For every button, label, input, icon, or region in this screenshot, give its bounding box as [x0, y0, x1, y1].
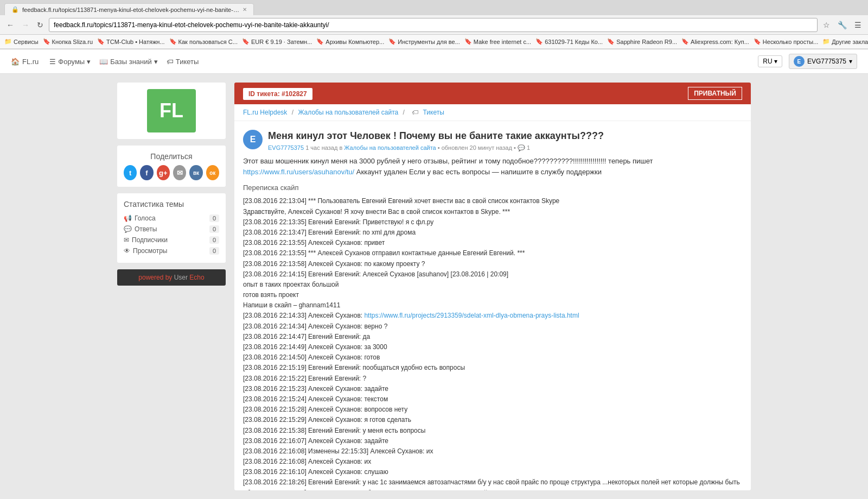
- chat-line: [23.08.2016 22:18:26] Евгений Евгений: у…: [243, 477, 742, 490]
- nav-forums[interactable]: ☰ Форумы ▾: [49, 58, 91, 66]
- breadcrumb-sep2: /: [403, 109, 407, 116]
- votes-count: 0: [209, 214, 219, 222]
- ticket-id-wrapper: ID тикета: #102827: [243, 90, 312, 98]
- forward-button[interactable]: →: [20, 20, 31, 30]
- knowledge-dropdown-icon: ▾: [154, 58, 158, 66]
- stats-box: Статистика темы 📢 Голоса 0 💬 Ответы 0: [117, 193, 226, 263]
- bookmark-sapphire[interactable]: 🔖Sapphire Radeon R9...: [607, 38, 677, 45]
- chat-line: [23.08.2016 22:16:08] Алексей Суханов: и…: [243, 457, 742, 467]
- answers-count: 0: [209, 225, 219, 233]
- ticket-author-link[interactable]: EVG7775375: [268, 144, 304, 151]
- chat-line: [23.08.2016 22:13:47] Евгений Евгений: п…: [243, 228, 742, 238]
- address-bar[interactable]: [49, 18, 818, 32]
- tab-title: feedback.fl.ru/topics/113871-menya-kinul…: [22, 7, 239, 13]
- ticket-private-badge: ПРИВАТНЫЙ: [688, 87, 742, 100]
- votes-icon: 📢: [124, 214, 132, 222]
- browser-tabs: 🔒 feedback.fl.ru/topics/113871-menya-kin…: [0, 0, 868, 15]
- bookmark-sliza[interactable]: 🔖Кнопка Sliza.ru: [43, 38, 93, 45]
- breadcrumb-tickets[interactable]: Тикеты: [423, 109, 444, 116]
- chat-line: [23.08.2016 22:15:38] Евгений Евгений: у…: [243, 426, 742, 436]
- site-logo[interactable]: 🏠 FL.ru: [11, 58, 39, 66]
- tab-favicon: 🔒: [11, 6, 19, 13]
- chat-line: [23.08.2016 22:15:28] Алексей Суханов: в…: [243, 405, 742, 415]
- tab-close-button[interactable]: ✕: [242, 7, 247, 12]
- ticket-title-block: Меня кинул этот Человек ! Почему вы не б…: [268, 130, 604, 151]
- reload-button[interactable]: ↻: [35, 20, 46, 30]
- ticket-content: E Меня кинул этот Человек ! Почему вы не…: [234, 121, 751, 490]
- chat-line: [23.08.2016 22:14:15] Евгений Евгений: А…: [243, 269, 742, 280]
- bookmark-neskolko[interactable]: 🔖Несколько просты...: [754, 38, 818, 45]
- active-tab[interactable]: 🔒 feedback.fl.ru/topics/113871-menya-kin…: [4, 3, 254, 15]
- stats-subscribers: ✉ Подписчики 0: [124, 235, 219, 245]
- conversation-label: Переписка скайп: [243, 184, 742, 192]
- bookmarks-bar: 📁Сервисы 🔖Кнопка Sliza.ru 🔖TCM-Club • На…: [0, 35, 868, 49]
- chat-line: [23.08.2016 22:15:24] Алексей Суханов: т…: [243, 394, 742, 405]
- stats-answers-label: 💬 Ответы: [124, 225, 157, 233]
- site-header: 🏠 FL.ru ☰ Форумы ▾ 📖 Базы знаний ▾ 🏷 Тик…: [0, 49, 868, 74]
- stats-votes-label: 📢 Голоса: [124, 214, 156, 222]
- breadcrumb-sep1: /: [292, 109, 296, 116]
- chat-line: [23.08.2016 22:13:35] Евгений Евгений: П…: [243, 217, 742, 228]
- language-button[interactable]: RU ▾: [758, 55, 782, 67]
- ticket-header-bar: ID тикета: #102827 ПРИВАТНЫЙ: [234, 83, 751, 104]
- chat-line: [23.08.2016 22:14:50] Алексей Суханов: г…: [243, 352, 742, 363]
- chat-project-link[interactable]: https://www.fl.ru/projects/2913359/sdela…: [364, 312, 579, 319]
- nav-tickets[interactable]: 🏷 Тикеты: [167, 58, 199, 66]
- forums-icon: ☰: [49, 58, 56, 66]
- bookmark-button[interactable]: ☆: [821, 20, 832, 30]
- chat-line: [23.08.2016 22:15:29] Алексей Суханов: я…: [243, 415, 742, 425]
- menu-button[interactable]: ☰: [852, 20, 864, 30]
- stats-views: 👁 Просмотры 0: [124, 245, 219, 256]
- chat-line: Напиши в скайп – ghannam1411: [243, 300, 742, 311]
- site-nav: ☰ Форумы ▾ 📖 Базы знаний ▾ 🏷 Тикеты: [49, 58, 747, 66]
- breadcrumb-category[interactable]: Жалобы на пользователей сайта: [298, 109, 398, 116]
- chat-line: Здравствуйте, Алексей Суханов! Я хочу вн…: [243, 207, 742, 217]
- bookmark-archives[interactable]: 🔖Архивы Компьютер...: [316, 38, 384, 45]
- share-vk-button[interactable]: вк: [189, 165, 202, 180]
- ticket-category-link[interactable]: Жалобы на пользователей сайта: [344, 144, 436, 151]
- nav-knowledge[interactable]: 📖 Базы знаний ▾: [99, 58, 158, 66]
- stats-answers: 💬 Ответы 0: [124, 224, 219, 235]
- share-facebook-button[interactable]: f: [140, 165, 153, 180]
- bookmark-tcm[interactable]: 🔖TCM-Club • Натяжн...: [97, 38, 165, 45]
- ticket-body: Этот ваш мошенник кинул меня на 3000 руб…: [243, 156, 742, 177]
- bookmark-tools[interactable]: 🔖Инструменты для ве...: [388, 38, 460, 45]
- ticket-id: ID тикета: #102827: [243, 88, 312, 100]
- share-ok-button[interactable]: ок: [206, 165, 219, 180]
- extensions-button[interactable]: 🔧: [835, 20, 849, 30]
- share-twitter-button[interactable]: t: [124, 165, 137, 180]
- bookmark-more[interactable]: 📁Другие закладки: [822, 38, 868, 45]
- back-button[interactable]: ←: [4, 20, 16, 30]
- chat-line: [23.08.2016 22:15:23] Алексей Суханов: з…: [243, 384, 742, 394]
- sidebar-logo-box: FL: [117, 83, 226, 139]
- ticket-meta: EVG7775375 1 час назад в Жалобы на польз…: [268, 144, 604, 151]
- breadcrumb-helpdesk[interactable]: FL.ru Helpdesk: [243, 109, 287, 116]
- bookmark-eur[interactable]: 🔖EUR € 9.19 · Затемн...: [242, 38, 312, 45]
- stats-votes: 📢 Голоса 0: [124, 213, 219, 224]
- ticket-meta-sep: в: [339, 144, 344, 151]
- user-dropdown-icon: ▾: [849, 58, 852, 65]
- bookmark-how[interactable]: 🔖Как пользоваться С...: [169, 38, 238, 45]
- bookmark-aliexpress[interactable]: 🔖Aliexpress.com: Куп...: [681, 38, 749, 45]
- bookmark-make-free[interactable]: 🔖Make free internet c...: [464, 38, 531, 45]
- user-menu-button[interactable]: E EVG7775375 ▾: [789, 54, 857, 69]
- tickets-icon: 🏷: [167, 58, 174, 66]
- ticket-body-link[interactable]: https://www.fl.ru/users/asuhanov/tu/: [243, 168, 354, 176]
- chat-line-with-link: [23.08.2016 22:14:33] Алексей Суханов: h…: [243, 311, 742, 321]
- site-logo-text: FL.ru: [22, 58, 39, 66]
- bookmark-631[interactable]: 🔖631029-71 Кеды Ко...: [535, 38, 603, 45]
- chat-line: [23.08.2016 22:14:49] Алексей Суханов: з…: [243, 342, 742, 352]
- chat-line: [23.08.2016 22:14:34] Алексей Суханов: в…: [243, 321, 742, 332]
- chat-line: опыт в таких проектах большой: [243, 280, 742, 290]
- bookmark-services[interactable]: 📁Сервисы: [4, 38, 39, 45]
- chat-line: [23.08.2016 22:14:47] Евгений Евгений: д…: [243, 332, 742, 342]
- chat-line: [23.08.2016 22:13:04] *** Пользователь Е…: [243, 196, 742, 206]
- share-email-button[interactable]: ✉: [173, 165, 186, 180]
- ticket-scroll-wrapper[interactable]: E Меня кинул этот Человек ! Почему вы не…: [234, 121, 751, 490]
- browser-toolbar: ← → ↻ ☆ 🔧 ☰: [0, 15, 868, 35]
- sidebar: FL Поделиться t f g+ ✉ вк ок Статистика …: [117, 83, 226, 490]
- share-google-button[interactable]: g+: [157, 165, 170, 180]
- knowledge-icon: 📖: [99, 58, 108, 66]
- chat-line: [23.08.2016 22:13:55] *** Алексей Сухано…: [243, 248, 742, 258]
- breadcrumb-tickets-icon: 🏷: [412, 109, 418, 116]
